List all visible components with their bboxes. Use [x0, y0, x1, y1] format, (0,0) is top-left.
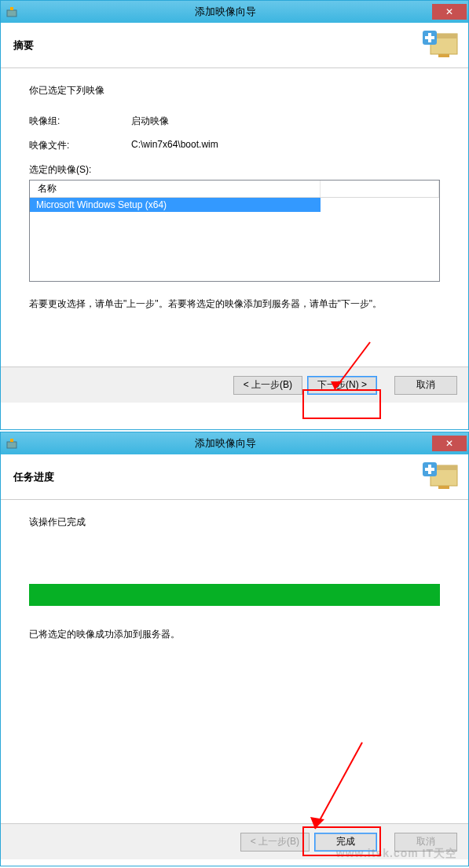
cancel-button[interactable]: 取消: [394, 376, 457, 395]
header-band: 摘要: [1, 23, 468, 68]
wizard-icon: [421, 461, 459, 492]
image-file-label: 映像文件:: [29, 139, 131, 152]
page-title: 任务进度: [13, 470, 54, 484]
close-button[interactable]: ✕: [432, 436, 467, 451]
svg-rect-1: [10, 7, 13, 10]
status-text: 该操作已完成: [29, 516, 440, 529]
svg-rect-7: [438, 54, 449, 57]
back-button: < 上一步(B): [240, 833, 310, 852]
wizard-dialog-progress: 添加映像向导 ✕ 任务进度 该操作已完成 已将选定的映像成功添加到服务器。 < …: [0, 432, 469, 866]
progress-bar: [29, 584, 440, 606]
svg-rect-17: [438, 486, 449, 489]
image-group-value: 启动映像: [131, 115, 169, 128]
listbox-header: 名称: [30, 181, 439, 198]
dialog-title: 添加映像向导: [18, 436, 432, 450]
selected-images-listbox[interactable]: 名称 Microsoft Windows Setup (x64): [29, 180, 440, 282]
next-button[interactable]: 下一步(N) >: [307, 376, 377, 395]
svg-rect-0: [7, 10, 16, 16]
wizard-dialog-summary: 添加映像向导 ✕ 摘要 你已选定下列映像 映像组: 启动映像 映像文件: C:\…: [0, 0, 469, 430]
close-button[interactable]: ✕: [432, 4, 467, 20]
app-icon: [5, 5, 18, 18]
instruction-text: 若要更改选择，请单击"上一步"。若要将选定的映像添加到服务器，请单击"下一步"。: [29, 297, 440, 311]
wizard-icon: [421, 29, 459, 60]
header-band: 任务进度: [1, 454, 468, 500]
watermark: www.itsk.com IT天空: [336, 847, 457, 861]
col-name[interactable]: 名称: [30, 181, 321, 197]
dialog-title: 添加映像向导: [18, 5, 432, 19]
back-button[interactable]: < 上一步(B): [233, 376, 302, 395]
content-area: 该操作已完成 已将选定的映像成功添加到服务器。: [1, 500, 468, 823]
result-text: 已将选定的映像成功添加到服务器。: [29, 628, 440, 641]
image-file-row: 映像文件: C:\win7x64\boot.wim: [29, 139, 440, 152]
titlebar: 添加映像向导 ✕: [1, 1, 468, 23]
titlebar: 添加映像向导 ✕: [1, 432, 468, 454]
svg-rect-6: [425, 36, 434, 39]
app-icon: [5, 437, 18, 450]
col-spacer: [321, 181, 439, 197]
content-area: 你已选定下列映像 映像组: 启动映像 映像文件: C:\win7x64\boot…: [1, 68, 468, 367]
list-item[interactable]: Microsoft Windows Setup (x64): [30, 198, 321, 212]
svg-rect-16: [425, 468, 434, 471]
svg-rect-11: [10, 439, 13, 442]
svg-rect-10: [7, 442, 16, 448]
image-file-value: C:\win7x64\boot.wim: [131, 139, 218, 152]
button-row: < 上一步(B) 下一步(N) > 取消: [1, 367, 468, 403]
page-title: 摘要: [13, 38, 34, 53]
image-group-label: 映像组:: [29, 115, 131, 128]
image-group-row: 映像组: 启动映像: [29, 115, 440, 128]
selected-images-label: 选定的映像(S):: [29, 163, 440, 177]
intro-text: 你已选定下列映像: [29, 84, 440, 97]
